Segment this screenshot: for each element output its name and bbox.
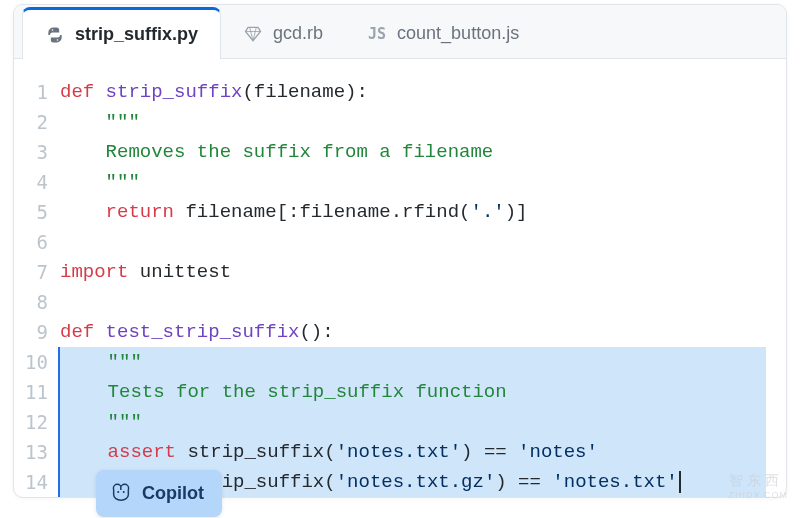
line-number: 12: [14, 407, 48, 437]
code-line[interactable]: """: [58, 347, 766, 377]
editor-window: strip_suffix.pygcd.rbJScount_button.js 1…: [13, 4, 787, 498]
token-pl: [60, 197, 106, 227]
copilot-label: Copilot: [142, 483, 204, 504]
line-number: 4: [14, 167, 48, 197]
token-pl: ():: [299, 317, 333, 347]
tab-gcd-rb[interactable]: gcd.rb: [221, 9, 345, 58]
line-number-gutter: 1234567891011121314: [14, 77, 60, 497]
token-com: """: [108, 347, 142, 377]
token-pl: (filename):: [242, 77, 367, 107]
ruby-icon: [243, 24, 263, 44]
line-number: 5: [14, 197, 48, 227]
line-number: 11: [14, 377, 48, 407]
token-pl: [60, 167, 106, 197]
tab-label: count_button.js: [397, 23, 519, 44]
svg-point-4: [117, 491, 119, 493]
token-str: '.': [470, 197, 504, 227]
code-line[interactable]: Tests for the strip_suffix function: [58, 377, 766, 407]
line-number: 10: [14, 347, 48, 377]
line-number: 3: [14, 137, 48, 167]
code-line[interactable]: """: [60, 107, 766, 137]
watermark-main: 智东西: [729, 472, 783, 488]
code-line[interactable]: [60, 227, 766, 257]
code-line[interactable]: assert strip_suffix('notes.txt') == 'not…: [58, 437, 766, 467]
token-fn: test_strip_suffix: [106, 317, 300, 347]
token-pl: [62, 347, 108, 377]
token-str: 'notes.txt': [552, 467, 677, 497]
token-pl: filename[:filename.rfind(: [174, 197, 470, 227]
code-line[interactable]: [60, 287, 766, 317]
code-line[interactable]: Removes the suffix from a filename: [60, 137, 766, 167]
token-pl: unittest: [128, 257, 231, 287]
token-kw: import: [60, 257, 128, 287]
token-pl: strip_suffix(: [176, 437, 336, 467]
token-kw: def: [60, 77, 106, 107]
js-icon: JS: [367, 24, 387, 44]
token-fn: strip_suffix: [106, 77, 243, 107]
token-pl: [62, 437, 108, 467]
line-number: 14: [14, 467, 48, 497]
code-content[interactable]: def strip_suffix(filename): """ Removes …: [60, 77, 786, 497]
code-line[interactable]: def test_strip_suffix():: [60, 317, 766, 347]
code-line[interactable]: """: [58, 407, 766, 437]
token-pl: ) ==: [495, 467, 552, 497]
tab-count_button-js[interactable]: JScount_button.js: [345, 9, 541, 58]
token-kw: assert: [108, 437, 176, 467]
token-str: 'notes.txt.gz': [336, 467, 496, 497]
token-pl: )]: [505, 197, 528, 227]
line-number: 2: [14, 107, 48, 137]
tab-strip_suffix-py[interactable]: strip_suffix.py: [22, 7, 221, 59]
copilot-icon: [110, 480, 132, 507]
token-str: 'notes.txt': [336, 437, 461, 467]
code-area: 1234567891011121314 def strip_suffix(fil…: [14, 59, 786, 497]
token-com: """: [106, 167, 140, 197]
text-cursor: [679, 471, 681, 493]
copilot-badge[interactable]: Copilot: [96, 470, 222, 517]
token-kw: return: [106, 197, 174, 227]
token-com: Tests for the strip_suffix function: [108, 377, 507, 407]
token-kw: def: [60, 317, 106, 347]
svg-point-1: [57, 39, 59, 41]
svg-point-5: [123, 491, 125, 493]
line-number: 8: [14, 287, 48, 317]
token-com: """: [108, 407, 142, 437]
token-pl: [60, 107, 106, 137]
token-pl: [60, 137, 106, 167]
token-pl: [62, 377, 108, 407]
line-number: 13: [14, 437, 48, 467]
line-number: 1: [14, 77, 48, 107]
token-str: 'notes': [518, 437, 598, 467]
watermark-sub: ZHIDX.COM: [729, 490, 789, 500]
code-line[interactable]: return filename[:filename.rfind('.')]: [60, 197, 766, 227]
code-line[interactable]: def strip_suffix(filename):: [60, 77, 766, 107]
code-line[interactable]: import unittest: [60, 257, 766, 287]
token-com: """: [106, 107, 140, 137]
tab-label: gcd.rb: [273, 23, 323, 44]
line-number: 9: [14, 317, 48, 347]
line-number: 6: [14, 227, 48, 257]
tab-bar: strip_suffix.pygcd.rbJScount_button.js: [14, 5, 786, 59]
line-number: 7: [14, 257, 48, 287]
code-line[interactable]: """: [60, 167, 766, 197]
watermark: 智东西 ZHIDX.COM: [729, 472, 789, 500]
token-pl: ) ==: [461, 437, 518, 467]
python-icon: [45, 25, 65, 45]
token-pl: [62, 407, 108, 437]
tab-label: strip_suffix.py: [75, 24, 198, 45]
token-com: Removes the suffix from a filename: [106, 137, 494, 167]
svg-point-0: [52, 29, 54, 31]
